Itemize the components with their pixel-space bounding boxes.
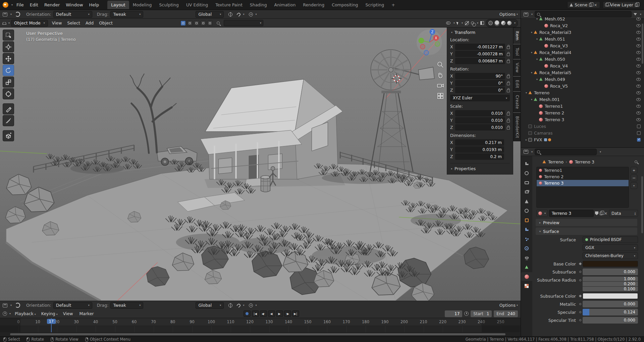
transform-tool-button[interactable] — [3, 88, 14, 99]
transform-orientation-dropdown[interactable]: Global▾ — [196, 302, 224, 309]
rotation-number-field[interactable]: 0° — [455, 80, 505, 86]
cursor-tool-button[interactable] — [3, 41, 14, 52]
visibility-toggle-icon[interactable] — [636, 78, 641, 81]
menu-window[interactable]: Window — [63, 1, 86, 8]
workspace-tab[interactable]: UV Editing — [182, 1, 212, 9]
outliner-row[interactable]: Luces — [521, 123, 644, 130]
surface-shader-field[interactable]: Principled BSDF — [583, 236, 638, 243]
add-cube-tool-button[interactable] — [3, 130, 14, 141]
options-dropdown[interactable]: Options▾ — [499, 303, 518, 308]
animate-decorator-icon[interactable] — [578, 303, 583, 305]
expand-arrow-icon[interactable]: ▸ — [524, 138, 528, 141]
metallic-field[interactable]: 0.000 — [583, 301, 638, 307]
scale-number-field[interactable]: 0.010 — [455, 117, 505, 124]
properties-tab-object-data[interactable] — [521, 263, 532, 272]
outliner-row[interactable]: ▾ Mesh.051 — [521, 36, 644, 42]
viewport-menu-view[interactable]: View — [49, 19, 65, 27]
workspace-tab[interactable]: Texture Paint — [212, 1, 246, 9]
drag-dropdown[interactable]: Tweak▾ — [110, 11, 143, 18]
viewport-menu-select[interactable]: Select — [64, 19, 83, 27]
viewport-menu-object[interactable]: Object — [96, 19, 115, 27]
shading-material-icon[interactable] — [501, 21, 505, 25]
workspace-tab[interactable]: Sculpting — [156, 1, 182, 9]
surface-panel-header[interactable]: ▾Surface — [536, 228, 637, 235]
remove-slot-button[interactable]: − — [631, 175, 637, 181]
timeline-menu-keying[interactable]: Keying▾ — [39, 310, 60, 317]
rotation-number-field[interactable]: 0° — [455, 87, 505, 93]
select-box-tool-button[interactable] — [3, 30, 14, 41]
viewport-toggle-icon-4[interactable] — [201, 20, 206, 26]
gizmo-y-axis[interactable] — [419, 38, 424, 44]
visibility-toggle-icon[interactable] — [636, 118, 641, 121]
next-keyframe-button[interactable]: ·▶ — [284, 310, 291, 317]
sidebar-tab[interactable]: BlenderKit — [513, 113, 521, 141]
lock-icon[interactable] — [507, 60, 510, 63]
viewport-toggle-icon-1[interactable] — [180, 20, 186, 26]
proportional-editing-icon[interactable] — [249, 303, 253, 307]
expand-arrow-icon[interactable]: ▾ — [535, 58, 539, 61]
pivot-point-icon[interactable] — [228, 303, 232, 307]
radius-b-field[interactable]: 0.100 — [583, 287, 638, 291]
dimension-number-field[interactable]: 0.2 m — [455, 153, 504, 160]
add-slot-button[interactable]: ＋ — [631, 167, 637, 174]
dimension-number-field[interactable]: 0.0193 m — [455, 146, 504, 153]
visibility-toggle-icon[interactable] — [637, 125, 641, 128]
delete-scene-button[interactable]: × — [593, 3, 597, 7]
animate-decorator-icon[interactable] — [578, 319, 583, 321]
proportional-editing-icon[interactable] — [249, 12, 253, 16]
workspace-tab[interactable]: Rendering — [299, 1, 328, 9]
material-slot-row[interactable]: Terreno 2 — [537, 174, 629, 180]
visibility-toggle-icon[interactable] — [637, 138, 641, 142]
gizmo-neg-z-axis[interactable] — [424, 50, 429, 55]
snap-magnet-icon[interactable] — [236, 303, 241, 307]
browse-material-button[interactable]: ▾ — [536, 210, 548, 217]
outliner-row[interactable]: Roca_V3 — [521, 42, 644, 49]
properties-tab-physics[interactable] — [521, 244, 532, 253]
outliner-row[interactable]: Roca_V2 — [521, 22, 644, 29]
visibility-toggle-icon[interactable] — [636, 91, 641, 94]
menu-edit[interactable]: Edit — [27, 1, 41, 8]
visibility-toggle-icon[interactable] — [636, 105, 641, 108]
outliner-row[interactable]: ▾ Mesh.001 — [521, 96, 644, 103]
properties-tab-world[interactable] — [521, 206, 532, 215]
timeline-menu-marker[interactable]: Marker — [77, 310, 98, 317]
distribution-dropdown[interactable]: GGX▾ — [583, 244, 638, 251]
editor-type-icon[interactable] — [3, 303, 7, 307]
expand-arrow-icon[interactable]: ▾ — [530, 31, 534, 34]
visibility-dropdown-icon[interactable] — [446, 21, 450, 25]
properties-collapsed-panel[interactable]: ▸Properties — [450, 163, 510, 171]
selectability-icon[interactable] — [456, 21, 459, 25]
mode-dropdown[interactable]: Object Mode▾ — [11, 20, 48, 27]
visibility-toggle-icon[interactable] — [636, 44, 641, 47]
toggle-ortho-icon[interactable] — [437, 92, 444, 100]
outliner-row[interactable]: ▾ Roca_Material5 — [521, 69, 644, 76]
pin-icon[interactable] — [635, 160, 637, 163]
properties-tab-modifiers[interactable] — [521, 225, 532, 234]
options-dropdown[interactable]: Options▾ — [499, 12, 518, 17]
lock-icon[interactable] — [507, 76, 510, 78]
workspace-tab[interactable]: Animation — [271, 1, 300, 9]
workspace-tab[interactable]: Compositing — [328, 1, 362, 9]
menu-help[interactable]: Help — [86, 1, 102, 8]
rotation-number-field[interactable]: 90° — [455, 73, 505, 79]
rotate-tool-button[interactable] — [3, 65, 14, 76]
gizmo-neg-y-axis[interactable] — [435, 42, 440, 46]
properties-tab-render[interactable] — [521, 169, 532, 178]
expand-arrow-icon[interactable]: ▾ — [530, 51, 534, 54]
visibility-toggle-icon[interactable] — [636, 85, 641, 88]
timeline-editor-icon[interactable] — [3, 311, 7, 316]
breadcrumb-material[interactable]: Terreno 3 — [575, 159, 594, 164]
properties-editor-icon[interactable] — [524, 150, 528, 154]
outliner-row[interactable]: ▾ Roca_Material3 — [521, 29, 644, 36]
material-slot-row[interactable]: Terreno1 — [537, 167, 629, 174]
shading-wireframe-icon[interactable] — [488, 21, 493, 25]
viewport-toggle-icon-2[interactable] — [187, 20, 193, 26]
sidebar-tab[interactable]: Create — [513, 92, 521, 112]
visibility-toggle-icon[interactable] — [636, 71, 641, 74]
properties-tab-particles[interactable] — [521, 235, 532, 243]
view-layer-selector[interactable]: View Layer — [603, 1, 640, 8]
properties-search-input[interactable] — [535, 149, 597, 155]
playhead-frame-label[interactable]: 17 — [47, 319, 56, 324]
outliner-row[interactable]: ▾ Mesh.050 — [521, 56, 644, 62]
expand-arrow-icon[interactable]: ▾ — [524, 91, 528, 94]
